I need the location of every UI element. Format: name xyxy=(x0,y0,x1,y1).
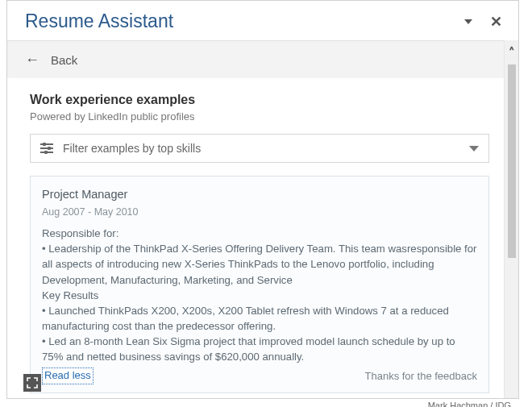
chevron-down-icon xyxy=(469,146,479,152)
scroll-up-icon[interactable]: ˄ xyxy=(509,40,515,64)
section-title: Work experience examples xyxy=(30,93,489,107)
back-arrow-icon[interactable]: ← xyxy=(25,52,39,67)
back-bar[interactable]: ← Back xyxy=(7,40,504,78)
pane-title: Resume Assistant xyxy=(25,10,173,32)
filter-dropdown[interactable]: Filter examples by top skills xyxy=(30,134,489,163)
filter-label: Filter examples by top skills xyxy=(63,142,201,155)
job-dates: Aug 2007 - May 2010 xyxy=(42,205,477,219)
expand-icon[interactable] xyxy=(23,374,41,392)
experience-card: Project Manager Aug 2007 - May 2010 Resp… xyxy=(30,176,489,393)
pane-header: Resume Assistant ✕ xyxy=(7,1,518,40)
collapse-pane-icon[interactable] xyxy=(464,19,472,24)
scrollbar[interactable]: ˄ xyxy=(504,40,518,398)
close-icon[interactable]: ✕ xyxy=(490,15,502,29)
resume-assistant-pane: Resume Assistant ✕ ← Back Work experienc… xyxy=(6,0,519,399)
image-credit: Mark Hachman / IDG xyxy=(0,399,521,407)
read-less-link[interactable]: Read less xyxy=(42,368,94,384)
feedback-text: Thanks for the feedback xyxy=(365,369,477,384)
scroll-thumb[interactable] xyxy=(508,64,516,258)
content-area: Work experience examples Powered by Link… xyxy=(7,78,504,398)
section-subtitle: Powered by LinkedIn public profiles xyxy=(30,110,489,123)
job-title: Project Manager xyxy=(42,186,477,203)
job-description: Responsible for: • Leadership of the Thi… xyxy=(42,226,477,364)
sliders-icon xyxy=(40,143,53,154)
back-label: Back xyxy=(51,53,77,67)
